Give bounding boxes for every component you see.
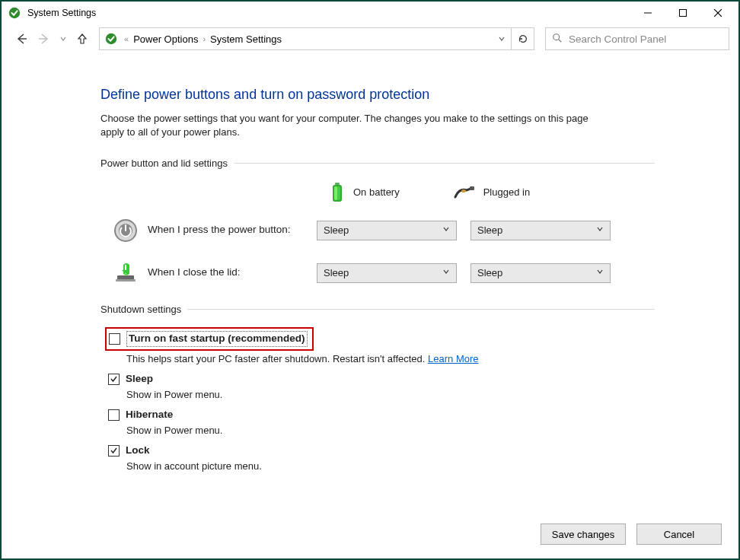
close-button[interactable] (700, 2, 735, 24)
dropdown-lid-plugged[interactable]: Sleep (470, 263, 611, 283)
hibernate-label: Hibernate (126, 408, 173, 422)
section-shutdown-label: Shutdown settings (100, 303, 181, 317)
page-intro: Choose the power settings that you want … (100, 112, 603, 139)
svg-point-7 (106, 33, 116, 44)
address-icon (104, 32, 118, 46)
svg-rect-2 (680, 10, 687, 17)
svg-rect-19 (116, 279, 136, 282)
page-heading: Define power buttons and turn on passwor… (100, 85, 655, 104)
learn-more-link[interactable]: Learn More (428, 353, 478, 364)
refresh-button[interactable] (511, 27, 534, 50)
row-power-button-label: When I press the power button: (148, 223, 317, 237)
lock-desc: Show in account picture menu. (126, 460, 655, 473)
content-area: Define power buttons and turn on passwor… (2, 53, 738, 473)
row-close-lid: When I close the lid: Sleep Sleep (113, 260, 655, 286)
row-close-lid-label: When I close the lid: (148, 266, 317, 280)
section-power-title: Power button and lid settings (100, 157, 655, 170)
on-battery-header: On battery (329, 181, 400, 204)
power-button-icon (113, 218, 139, 243)
row-power-button: When I press the power button: Sleep Sle… (113, 218, 655, 243)
forward-button[interactable] (35, 30, 53, 48)
checkbox-fast-startup[interactable] (109, 333, 120, 345)
checkbox-hibernate[interactable] (108, 409, 120, 421)
window-controls (630, 2, 735, 24)
checkbox-lock[interactable] (108, 445, 120, 457)
option-lock: Lock Show in account picture menu. (108, 444, 655, 473)
address-bar[interactable]: « Power Options › System Settings (99, 27, 534, 50)
fast-startup-desc: This helps start your PC faster after sh… (126, 352, 655, 366)
breadcrumb-item[interactable]: System Settings (209, 33, 283, 45)
breadcrumb-item[interactable]: Power Options (132, 33, 199, 45)
dropdown-value: Sleep (324, 224, 349, 237)
dropdown-value: Sleep (477, 266, 502, 280)
chevron-down-icon (596, 225, 604, 236)
on-battery-label: On battery (353, 186, 400, 199)
maximize-button[interactable] (665, 2, 700, 24)
plugged-in-header: Plugged in (453, 185, 530, 200)
dropdown-power-battery[interactable]: Sleep (317, 221, 457, 240)
svg-point-0 (9, 8, 20, 18)
footer-buttons: Save changes Cancel (541, 523, 722, 545)
section-power-label: Power button and lid settings (100, 157, 228, 170)
cancel-button[interactable]: Cancel (636, 523, 722, 545)
svg-rect-13 (334, 186, 337, 200)
toolbar: « Power Options › System Settings Search… (2, 24, 738, 53)
back-button[interactable] (12, 30, 30, 48)
dropdown-value: Sleep (477, 224, 502, 237)
divider (187, 309, 655, 310)
svg-point-8 (553, 33, 560, 40)
option-sleep: Sleep Show in Power menu. (108, 372, 655, 402)
chevron-right-icon: › (203, 34, 206, 43)
save-button[interactable]: Save changes (541, 523, 626, 545)
recent-locations-button[interactable] (58, 30, 69, 48)
option-hibernate: Hibernate Show in Power menu. (108, 408, 655, 438)
title-bar: System Settings (2, 2, 738, 24)
fast-startup-label: Turn on fast startup (recommended) (126, 331, 308, 347)
fast-startup-desc-text: This helps start your PC faster after sh… (126, 353, 428, 364)
search-placeholder: Search Control Panel (569, 33, 666, 45)
highlighted-fast-startup: Turn on fast startup (recommended) (105, 327, 314, 351)
address-dropdown[interactable] (493, 35, 511, 43)
laptop-lid-icon (113, 260, 139, 286)
svg-point-15 (461, 189, 466, 192)
breadcrumb-sep: « (124, 34, 129, 43)
dropdown-power-plugged[interactable]: Sleep (470, 221, 611, 240)
search-input[interactable]: Search Control Panel (545, 27, 729, 50)
sleep-label: Sleep (126, 372, 153, 387)
chevron-down-icon (442, 268, 450, 278)
svg-line-9 (559, 39, 562, 42)
app-icon (8, 6, 21, 20)
chevron-down-icon (596, 268, 604, 278)
hibernate-desc: Show in Power menu. (126, 424, 655, 438)
search-icon (552, 33, 563, 46)
minimize-button[interactable] (630, 2, 665, 24)
window-title: System Settings (27, 8, 96, 18)
checkbox-sleep[interactable] (108, 374, 120, 385)
divider (234, 163, 655, 164)
plugged-in-label: Plugged in (483, 186, 530, 199)
dropdown-lid-battery[interactable]: Sleep (317, 263, 457, 283)
up-button[interactable] (73, 30, 91, 48)
chevron-down-icon (442, 225, 450, 236)
battery-icon (329, 181, 346, 204)
plug-icon (453, 185, 476, 200)
power-column-headers: On battery Plugged in (329, 181, 655, 204)
lock-label: Lock (126, 444, 150, 458)
svg-rect-10 (335, 183, 340, 185)
svg-rect-14 (470, 186, 474, 190)
sleep-desc: Show in Power menu. (126, 388, 655, 402)
dropdown-value: Sleep (324, 266, 349, 280)
section-shutdown-title: Shutdown settings (100, 303, 655, 317)
